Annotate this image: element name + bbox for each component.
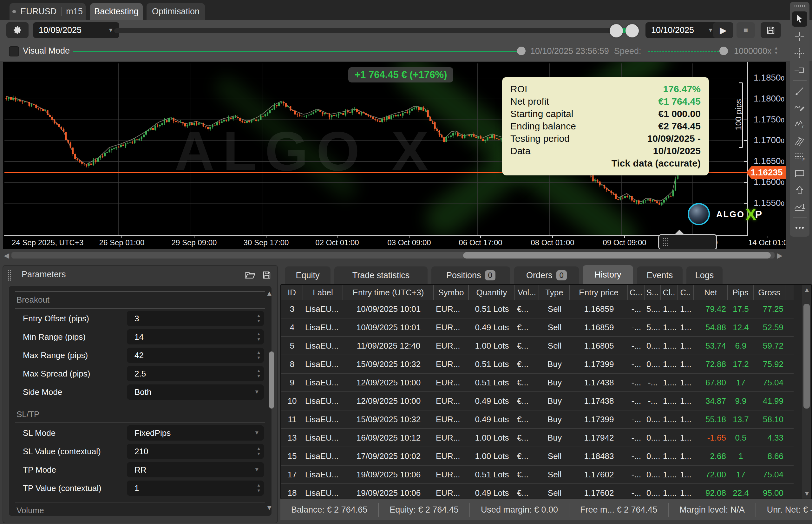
col-header-label[interactable]: Label (303, 285, 343, 300)
chevron-down-icon[interactable]: ▼ (254, 466, 260, 473)
trendline-tool[interactable] (792, 85, 807, 97)
col-header-type[interactable]: Type (539, 285, 570, 300)
pencil-tool[interactable] (792, 101, 807, 114)
table-row[interactable]: 5LisaEU...11/09/2025 12:40EUR...1.00 Lot… (281, 337, 794, 355)
scroll-left-icon[interactable]: ◀ (4, 251, 9, 260)
arrow-shape-tool[interactable] (792, 184, 807, 197)
toolbar-grip-icon[interactable] (794, 4, 805, 7)
cell-s: 0.... (645, 359, 661, 369)
col-header-entrytimeutc[interactable]: Entry time (UTC+3) (343, 285, 434, 300)
range-handle-left[interactable] (610, 24, 623, 37)
params-scroll-down-icon[interactable]: ▼ (266, 504, 273, 512)
col-header-gross[interactable]: Gross (753, 285, 785, 300)
elliott-wave-tool[interactable]: E (792, 118, 807, 130)
start-date-select[interactable]: 10/09/2025 ▼ (33, 22, 119, 38)
date-range-track[interactable] (114, 28, 614, 33)
settings-button[interactable] (6, 22, 29, 38)
crosshair-dashed-tool[interactable] (792, 47, 807, 60)
rectangle-tool[interactable] (792, 167, 807, 180)
col-header-net[interactable]: Net (694, 285, 728, 300)
scroll-right-icon[interactable]: ▶ (777, 251, 782, 260)
magnet-tool[interactable] (792, 64, 807, 77)
table-row[interactable]: 10LisaEU...12/09/2025 10:00EUR...0.49 Lo… (281, 392, 794, 410)
tab-logs[interactable]: Logs (686, 266, 723, 284)
param-stepper[interactable]: 14▲▼ (127, 329, 264, 344)
save-parameters-button[interactable] (261, 269, 273, 281)
chart-hscrollbar[interactable]: ◀ ▶ (3, 251, 786, 260)
col-header-symbo[interactable]: Symbo (434, 285, 469, 300)
table-vscrollbar[interactable]: ▲ ▼ (802, 285, 811, 498)
pitchfork-tool[interactable] (792, 134, 807, 147)
visual-mode-checkbox[interactable] (9, 46, 19, 56)
tab-optimisation[interactable]: Optimisation (147, 3, 205, 20)
col-header-entryprice[interactable]: Entry price (570, 285, 628, 300)
table-row[interactable]: 9LisaEU...12/09/2025 10:00EUR...0.51 Lot… (281, 374, 794, 392)
param-stepper[interactable]: 210▲▼ (127, 444, 264, 459)
table-row[interactable]: 18LisaEU...19/09/2025 10:06EUR...0.49 Lo… (281, 484, 794, 499)
col-header-vol[interactable]: Vol... (515, 285, 539, 300)
param-select[interactable]: RR▼ (127, 462, 264, 477)
chart-note-callout[interactable] (658, 234, 717, 249)
vscroll-thumb[interactable] (803, 304, 810, 409)
speed-stepper[interactable]: ▲▼ (774, 46, 778, 55)
more-dots-tool[interactable] (792, 222, 807, 234)
param-stepper[interactable]: 42▲▼ (127, 348, 264, 363)
col-header-c[interactable]: C.. (678, 285, 694, 300)
param-stepper[interactable]: 2.5▲▼ (127, 366, 264, 381)
end-date-select[interactable]: 10/10/2025 ▼ (645, 22, 719, 38)
table-row[interactable]: 15LisaEU...17/09/2025 10:02EUR...1.00 Lo… (281, 447, 794, 465)
stepper-arrows-icon[interactable]: ▲▼ (256, 368, 261, 379)
tab-backtesting[interactable]: Backtesting (90, 3, 143, 20)
table-row[interactable]: 8LisaEU...15/09/2025 10:32EUR...0.51 Lot… (281, 355, 794, 374)
table-row[interactable]: 11LisaEU...15/09/2025 10:32EUR...0.49 Lo… (281, 410, 794, 429)
col-header-cl[interactable]: Cl.. (661, 285, 678, 300)
col-header-c[interactable]: C... (628, 285, 645, 300)
tab-equity[interactable]: Equity (285, 266, 331, 284)
playback-progress-handle[interactable] (517, 47, 526, 55)
stop-button[interactable]: ■ (736, 22, 755, 38)
stepper-arrows-icon[interactable]: ▲▼ (256, 446, 261, 456)
play-button[interactable]: ▶ (713, 22, 733, 38)
symbol-tab[interactable]: EURUSD m15 (10, 3, 86, 20)
table-row[interactable]: 17LisaEU...19/09/2025 10:06EUR...0.51 Lo… (281, 465, 794, 484)
crosshair-tool[interactable] (792, 30, 807, 43)
cursor-tool[interactable] (792, 12, 807, 27)
tab-history[interactable]: History (583, 265, 633, 284)
table-row[interactable]: 4LisaEU...10/09/2025 10:01EUR...0.49 Lot… (281, 318, 794, 337)
hscroll-thumb[interactable] (463, 252, 771, 259)
stepper-arrows-icon[interactable]: ▲▼ (256, 313, 261, 324)
table-row[interactable]: 3LisaEU...10/09/2025 10:01EUR...0.51 Lot… (281, 300, 794, 318)
tab-orders[interactable]: Orders0 (514, 266, 579, 284)
col-header-pips[interactable]: Pips (728, 285, 753, 300)
scroll-down-icon[interactable]: ▼ (804, 490, 810, 497)
save-button[interactable] (761, 22, 781, 38)
chevron-down-icon[interactable]: ▼ (254, 389, 260, 395)
stepper-arrows-icon[interactable]: ▲▼ (256, 482, 261, 493)
speed-slider-track[interactable] (648, 51, 719, 52)
chevron-down-icon[interactable]: ▼ (254, 430, 260, 436)
fibonacci-tool[interactable]: F (792, 151, 807, 163)
param-stepper[interactable]: 1▲▼ (127, 480, 264, 496)
tab-positions[interactable]: Positions0 (431, 266, 510, 284)
stepper-arrows-icon[interactable]: ▲▼ (256, 331, 261, 342)
chart-panel[interactable]: ALGO X +1 764.45 € (+176%) ROI176.47%Net… (3, 62, 786, 249)
table-row[interactable]: 13LisaEU...16/09/2025 10:12EUR...1.00 Lo… (281, 429, 794, 447)
params-scroll-up-icon[interactable]: ▲ (266, 289, 273, 297)
col-header-quantity[interactable]: Quantity (469, 285, 515, 300)
col-header-id[interactable]: ID (281, 285, 303, 300)
load-parameters-button[interactable] (244, 269, 256, 281)
pattern-tool[interactable] (792, 200, 807, 213)
param-stepper[interactable]: 3▲▼ (127, 311, 264, 326)
scroll-up-icon[interactable]: ▲ (804, 286, 810, 293)
stepper-arrows-icon[interactable]: ▲▼ (256, 349, 261, 360)
params-scroll-thumb[interactable] (269, 351, 274, 409)
param-select[interactable]: FixedPips▼ (127, 425, 264, 441)
tab-events[interactable]: Events (637, 266, 683, 284)
drag-handle-icon[interactable] (7, 269, 12, 281)
col-header-s[interactable]: S... (645, 285, 661, 300)
range-handle-right[interactable] (626, 24, 639, 37)
param-select[interactable]: Both▼ (127, 384, 264, 400)
playback-progress-line[interactable] (73, 51, 517, 52)
speed-slider-handle[interactable] (719, 47, 728, 55)
tab-trade-statistics[interactable]: Trade statistics (334, 266, 428, 284)
